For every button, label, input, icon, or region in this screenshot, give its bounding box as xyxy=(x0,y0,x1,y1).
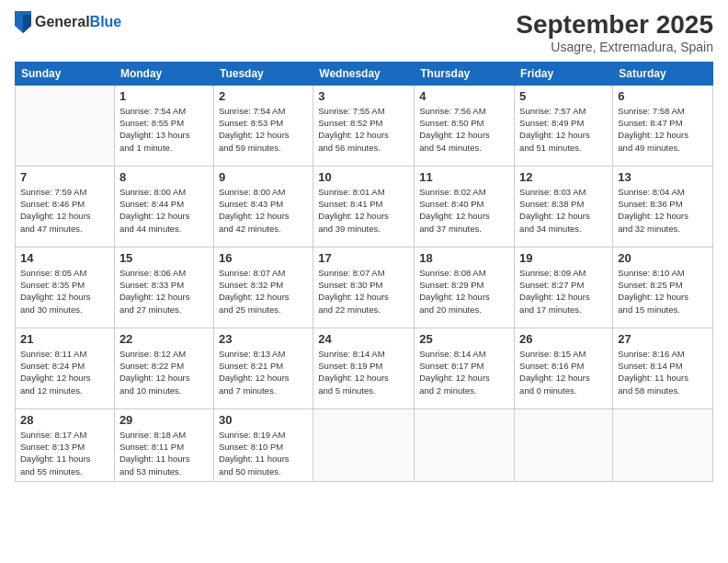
day-number: 13 xyxy=(618,170,708,184)
day-number: 6 xyxy=(618,89,708,103)
day-info: Sunrise: 8:12 AM Sunset: 8:22 PM Dayligh… xyxy=(119,348,209,396)
day-info: Sunrise: 7:56 AM Sunset: 8:50 PM Dayligh… xyxy=(419,105,509,154)
day-number: 22 xyxy=(119,332,209,346)
table-row: 21Sunrise: 8:11 AM Sunset: 8:24 PM Dayli… xyxy=(16,327,115,408)
table-row: 12Sunrise: 8:03 AM Sunset: 8:38 PM Dayli… xyxy=(515,166,613,247)
logo: GeneralBlue xyxy=(15,11,121,33)
day-number: 19 xyxy=(519,251,608,265)
col-monday: Monday xyxy=(114,62,213,85)
table-row: 1Sunrise: 7:54 AM Sunset: 8:55 PM Daylig… xyxy=(114,85,213,166)
header: GeneralBlue September 2025 Usagre, Extre… xyxy=(15,11,713,54)
table-row: 6Sunrise: 7:58 AM Sunset: 8:47 PM Daylig… xyxy=(613,85,713,166)
day-number: 7 xyxy=(20,170,109,184)
table-row: 9Sunrise: 8:00 AM Sunset: 8:43 PM Daylig… xyxy=(213,166,313,247)
table-row: 28Sunrise: 8:17 AM Sunset: 8:13 PM Dayli… xyxy=(16,408,115,481)
table-row xyxy=(313,408,415,481)
table-row: 14Sunrise: 8:05 AM Sunset: 8:35 PM Dayli… xyxy=(16,247,115,327)
title-block: September 2025 Usagre, Extremadura, Spai… xyxy=(516,11,713,54)
month-year: September 2025 xyxy=(516,11,713,40)
table-row xyxy=(613,408,713,481)
day-number: 23 xyxy=(219,332,308,346)
table-row: 7Sunrise: 7:59 AM Sunset: 8:46 PM Daylig… xyxy=(16,166,115,247)
col-tuesday: Tuesday xyxy=(213,62,313,85)
day-number: 25 xyxy=(419,332,509,346)
day-info: Sunrise: 7:59 AM Sunset: 8:46 PM Dayligh… xyxy=(20,186,109,235)
day-number: 26 xyxy=(519,332,608,346)
day-info: Sunrise: 8:02 AM Sunset: 8:40 PM Dayligh… xyxy=(419,186,509,235)
day-number: 1 xyxy=(119,89,209,103)
day-info: Sunrise: 7:58 AM Sunset: 8:47 PM Dayligh… xyxy=(618,105,708,154)
day-info: Sunrise: 8:00 AM Sunset: 8:43 PM Dayligh… xyxy=(219,186,308,235)
col-friday: Friday xyxy=(515,62,613,85)
table-row xyxy=(16,85,115,166)
day-info: Sunrise: 8:01 AM Sunset: 8:41 PM Dayligh… xyxy=(318,186,409,235)
day-info: Sunrise: 8:04 AM Sunset: 8:36 PM Dayligh… xyxy=(618,186,708,235)
table-row: 17Sunrise: 8:07 AM Sunset: 8:30 PM Dayli… xyxy=(313,247,415,327)
day-number: 15 xyxy=(119,251,209,265)
day-number: 9 xyxy=(219,170,308,184)
table-row: 19Sunrise: 8:09 AM Sunset: 8:27 PM Dayli… xyxy=(515,247,613,327)
table-row: 16Sunrise: 8:07 AM Sunset: 8:32 PM Dayli… xyxy=(213,247,313,327)
calendar-table: Sunday Monday Tuesday Wednesday Thursday… xyxy=(15,62,713,482)
day-number: 24 xyxy=(318,332,409,346)
day-info: Sunrise: 8:17 AM Sunset: 8:13 PM Dayligh… xyxy=(20,429,109,477)
table-row: 3Sunrise: 7:55 AM Sunset: 8:52 PM Daylig… xyxy=(313,85,415,166)
table-row: 24Sunrise: 8:14 AM Sunset: 8:19 PM Dayli… xyxy=(313,327,415,408)
table-row: 13Sunrise: 8:04 AM Sunset: 8:36 PM Dayli… xyxy=(613,166,713,247)
table-row xyxy=(415,408,515,481)
calendar-page: GeneralBlue September 2025 Usagre, Extre… xyxy=(0,0,728,563)
day-info: Sunrise: 8:06 AM Sunset: 8:33 PM Dayligh… xyxy=(119,267,209,316)
day-number: 27 xyxy=(618,332,708,346)
day-info: Sunrise: 8:14 AM Sunset: 8:17 PM Dayligh… xyxy=(419,348,509,396)
day-info: Sunrise: 8:19 AM Sunset: 8:10 PM Dayligh… xyxy=(219,429,308,477)
day-info: Sunrise: 7:57 AM Sunset: 8:49 PM Dayligh… xyxy=(519,105,608,154)
col-sunday: Sunday xyxy=(16,62,115,85)
day-number: 28 xyxy=(20,413,109,427)
day-number: 5 xyxy=(519,89,608,103)
day-info: Sunrise: 8:15 AM Sunset: 8:16 PM Dayligh… xyxy=(519,348,608,396)
day-info: Sunrise: 8:13 AM Sunset: 8:21 PM Dayligh… xyxy=(219,348,308,396)
day-info: Sunrise: 8:07 AM Sunset: 8:32 PM Dayligh… xyxy=(219,267,308,316)
day-info: Sunrise: 8:09 AM Sunset: 8:27 PM Dayligh… xyxy=(519,267,608,316)
day-number: 29 xyxy=(119,413,209,427)
table-row: 20Sunrise: 8:10 AM Sunset: 8:25 PM Dayli… xyxy=(613,247,713,327)
logo-blue: Blue xyxy=(90,14,122,29)
table-row: 27Sunrise: 8:16 AM Sunset: 8:14 PM Dayli… xyxy=(613,327,713,408)
table-row: 11Sunrise: 8:02 AM Sunset: 8:40 PM Dayli… xyxy=(415,166,515,247)
day-info: Sunrise: 8:05 AM Sunset: 8:35 PM Dayligh… xyxy=(20,267,109,316)
day-info: Sunrise: 8:00 AM Sunset: 8:44 PM Dayligh… xyxy=(119,186,209,235)
day-number: 30 xyxy=(219,413,308,427)
day-info: Sunrise: 8:10 AM Sunset: 8:25 PM Dayligh… xyxy=(618,267,708,316)
col-wednesday: Wednesday xyxy=(313,62,415,85)
calendar-header-row: Sunday Monday Tuesday Wednesday Thursday… xyxy=(16,62,713,85)
day-number: 8 xyxy=(119,170,209,184)
col-saturday: Saturday xyxy=(613,62,713,85)
table-row: 23Sunrise: 8:13 AM Sunset: 8:21 PM Dayli… xyxy=(213,327,313,408)
day-number: 2 xyxy=(219,89,308,103)
table-row: 26Sunrise: 8:15 AM Sunset: 8:16 PM Dayli… xyxy=(515,327,613,408)
table-row: 10Sunrise: 8:01 AM Sunset: 8:41 PM Dayli… xyxy=(313,166,415,247)
table-row xyxy=(515,408,613,481)
logo-text: GeneralBlue xyxy=(35,14,121,30)
table-row: 2Sunrise: 7:54 AM Sunset: 8:53 PM Daylig… xyxy=(213,85,313,166)
day-number: 20 xyxy=(618,251,708,265)
table-row: 30Sunrise: 8:19 AM Sunset: 8:10 PM Dayli… xyxy=(213,408,313,481)
day-info: Sunrise: 8:14 AM Sunset: 8:19 PM Dayligh… xyxy=(318,348,409,396)
day-number: 3 xyxy=(318,89,409,103)
location: Usagre, Extremadura, Spain xyxy=(516,40,713,54)
day-number: 17 xyxy=(318,251,409,265)
day-info: Sunrise: 8:18 AM Sunset: 8:11 PM Dayligh… xyxy=(119,429,209,477)
table-row: 5Sunrise: 7:57 AM Sunset: 8:49 PM Daylig… xyxy=(515,85,613,166)
day-info: Sunrise: 8:11 AM Sunset: 8:24 PM Dayligh… xyxy=(20,348,109,396)
day-info: Sunrise: 7:55 AM Sunset: 8:52 PM Dayligh… xyxy=(318,105,409,154)
table-row: 25Sunrise: 8:14 AM Sunset: 8:17 PM Dayli… xyxy=(415,327,515,408)
day-info: Sunrise: 7:54 AM Sunset: 8:53 PM Dayligh… xyxy=(219,105,308,154)
table-row: 8Sunrise: 8:00 AM Sunset: 8:44 PM Daylig… xyxy=(114,166,213,247)
table-row: 15Sunrise: 8:06 AM Sunset: 8:33 PM Dayli… xyxy=(114,247,213,327)
table-row: 18Sunrise: 8:08 AM Sunset: 8:29 PM Dayli… xyxy=(415,247,515,327)
logo-icon xyxy=(15,11,31,33)
logo-general: General xyxy=(35,14,90,29)
col-thursday: Thursday xyxy=(415,62,515,85)
svg-marker-1 xyxy=(23,15,31,33)
day-info: Sunrise: 8:07 AM Sunset: 8:30 PM Dayligh… xyxy=(318,267,409,316)
